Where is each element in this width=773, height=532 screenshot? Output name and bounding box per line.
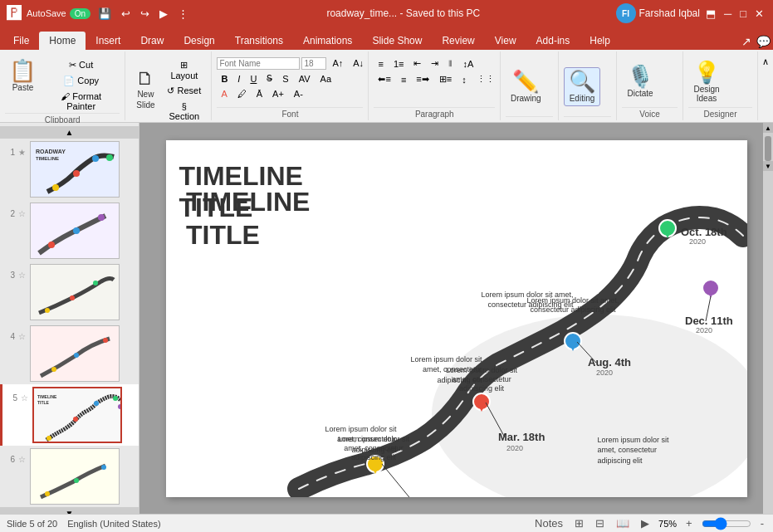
tab-design[interactable]: Design [174,32,224,50]
dictate-button[interactable]: 🎙️ Dictate [622,62,658,101]
redo-button[interactable]: ↪ [138,6,152,22]
zoom-out-button[interactable]: - [758,516,766,530]
tab-insert[interactable]: Insert [86,32,130,50]
tab-home[interactable]: Home [39,32,86,50]
slide-canvas[interactable]: TIMELINE TITLE Jan. 12th Jan. 12th 2020 … [166,140,747,497]
increase-font-button[interactable]: A↑ [328,56,347,70]
tab-transitions[interactable]: Transitions [225,32,293,50]
underline-button[interactable]: U [246,72,261,85]
paste-button[interactable]: 📋 Paste [5,56,41,95]
normal-view-button[interactable]: ⊞ [572,516,586,530]
font-size-input[interactable] [301,57,326,70]
slide-panel: ▲ 1 ★ ROADWAY TIMELINE 2 ☆ [0,123,139,514]
undo-button[interactable]: ↩ [119,6,133,22]
scroll-thumb[interactable] [765,136,771,161]
decrease-indent-button[interactable]: ⇤ [409,56,425,71]
drawing-group-label [506,116,553,120]
zoom-slider[interactable] [702,518,751,530]
slide-scroll-up-button[interactable]: ▲ [0,126,139,139]
slide-thumb-1[interactable]: 1 ★ ROADWAY TIMELINE [0,139,139,200]
slide-scroll-down-button[interactable]: ▼ [0,507,139,514]
tab-slideshow[interactable]: Slide Show [362,32,432,50]
increase-indent-button[interactable]: ⇥ [427,56,443,71]
tab-addins[interactable]: Add-ins [526,32,580,50]
design-ideas-button[interactable]: 💡 Design Ideas [688,58,725,106]
editing-button[interactable]: 🔍 Editing [564,67,600,106]
maximize-button[interactable]: □ [737,6,749,22]
slide-star-1: ★ [18,141,27,157]
tab-draw[interactable]: Draw [130,32,174,50]
slide-thumb-6[interactable]: 6 ☆ [0,446,139,507]
columns-button[interactable]: ⫴ [444,56,457,71]
slide-star-3: ☆ [18,264,27,280]
font-color-button[interactable]: A [217,87,231,100]
justify-button[interactable]: ⊞≡ [435,72,456,86]
ribbon-display-button[interactable]: ⬒ [703,6,718,22]
highlight-button[interactable]: 🖊 [233,87,251,100]
cut-button[interactable]: ✂ Cut [42,58,120,72]
align-center-button[interactable]: ≡ [397,72,410,86]
user-profile[interactable]: FI Farshad Iqbal [616,3,700,23]
ribbon-tabs: File Home Insert Draw Design Transitions… [0,27,773,50]
reset-button[interactable]: ↺ Reset [162,84,206,98]
change-case-button[interactable]: Aa [316,72,335,85]
ribbon-group-slides: 🗋 New Slide ⊞ Layout ↺ Reset § Section S… [125,51,212,120]
notes-button[interactable]: Notes [532,516,565,530]
slide-thumb-5[interactable]: 5 ☆ TIMELINE TITLE [0,384,139,446]
language-indicator: English (United States) [67,519,161,529]
new-slide-button[interactable]: 🗋 New Slide [130,66,160,113]
reading-view-button[interactable]: 📖 [614,516,632,530]
zoom-in-button[interactable]: + [683,516,695,530]
comments-button[interactable]: 💬 [754,33,773,50]
numbering-button[interactable]: 1≡ [389,56,409,71]
tab-help[interactable]: Help [580,32,620,50]
more-qa-button[interactable]: ⋮ [175,6,191,22]
scroll-down-button[interactable]: ▼ [763,161,773,171]
font-name-input[interactable] [217,57,300,70]
user-avatar: FI [616,3,636,23]
bullets-button[interactable]: ≡ [374,56,387,71]
powerpoint-logo-icon: 🅿 [7,5,22,22]
text-direction-button[interactable]: ↕A [458,56,477,71]
tab-view[interactable]: View [485,32,526,50]
decrease-font-button[interactable]: A↓ [349,56,368,70]
align-left-button[interactable]: ⬅≡ [374,72,394,86]
slide-thumb-2[interactable]: 2 ☆ [0,200,139,261]
drawing-button[interactable]: ✏️ Drawing [506,67,546,106]
slide-thumb-3[interactable]: 3 ☆ [0,261,139,323]
tab-file[interactable]: File [3,32,39,50]
dictate-label: Dictate [627,89,653,98]
font-size-up2-button[interactable]: A+ [268,87,288,100]
tab-animations[interactable]: Animations [293,32,362,50]
autosave-toggle[interactable]: On [70,8,91,19]
slideshow-button[interactable]: ▶ [638,516,652,530]
close-button[interactable]: ✕ [752,6,766,22]
format-painter-button[interactable]: 🖌 Format Painter [42,90,120,113]
copy-button[interactable]: 📄 Copy [42,74,120,88]
ribbon-collapse-button[interactable]: ∧ [758,55,773,69]
char-spacing-button[interactable]: AV [295,72,315,85]
status-right: Notes ⊞ ⊟ 📖 ▶ 75% + - [532,516,766,530]
align-right-button[interactable]: ≡➡ [412,72,433,86]
svg-point-17 [74,353,79,358]
new-slide-icon: 🗋 [136,70,154,88]
title-bar-right: FI Farshad Iqbal ⬒ ─ □ ✕ [616,3,766,23]
section-button[interactable]: § Section [162,100,206,123]
strikethrough-button[interactable]: S̶ [262,71,276,85]
font-size-down2-button[interactable]: A- [290,87,307,100]
bold-button[interactable]: B [217,72,232,85]
smartart-button[interactable]: ⋮⋮ [472,72,499,86]
present-button[interactable]: ▶ [157,6,170,22]
scroll-up-button[interactable]: ▲ [763,123,773,133]
shadow-button[interactable]: S [278,72,292,85]
clear-format-button[interactable]: Ā [252,87,267,100]
line-spacing-button[interactable]: ↕ [457,72,471,86]
tab-review[interactable]: Review [432,32,484,50]
share-button[interactable]: ↗ [739,33,754,50]
save-button[interactable]: 💾 [95,6,114,22]
italic-button[interactable]: I [233,72,244,85]
layout-button[interactable]: ⊞ Layout [162,58,206,82]
slide-sorter-button[interactable]: ⊟ [593,516,607,530]
slide-thumb-4[interactable]: 4 ☆ [0,323,139,384]
minimize-button[interactable]: ─ [722,6,734,22]
